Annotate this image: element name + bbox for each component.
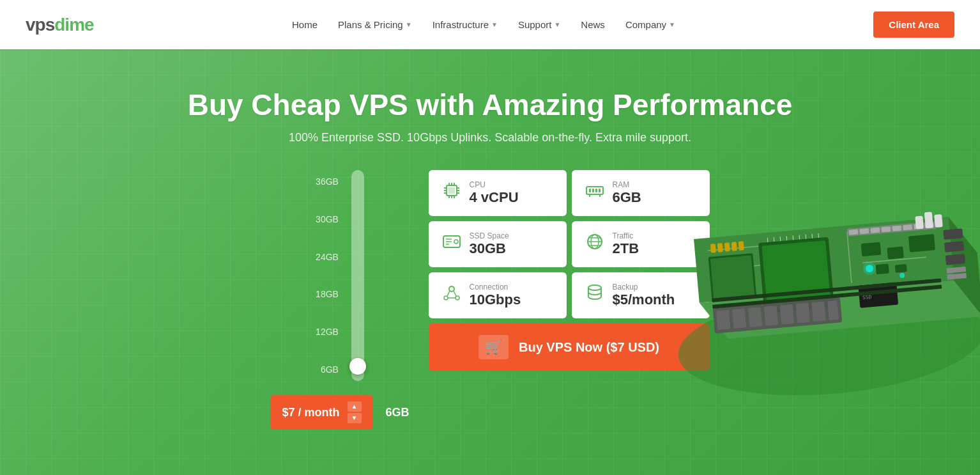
nav-news[interactable]: News (573, 14, 613, 35)
svg-line-59 (786, 236, 787, 240)
spec-card-cpu: CPU 4 vCPU (429, 170, 567, 216)
ssd-value: 30GB (470, 240, 509, 257)
svg-rect-84 (811, 302, 826, 322)
svg-rect-17 (595, 189, 597, 192)
traffic-label: Traffic (613, 231, 639, 240)
traffic-icon (585, 231, 605, 256)
nav-infrastructure[interactable]: Infrastructure ▼ (425, 14, 505, 35)
specs-and-buy: CPU 4 vCPU (429, 170, 710, 371)
svg-rect-95 (924, 212, 933, 228)
stepper: ▲ ▼ (348, 401, 362, 423)
nav-support[interactable]: Support ▼ (510, 14, 568, 35)
buy-button-label: Buy VPS Now ($7 USD) (519, 340, 659, 355)
configurator: 36GB 30GB 24GB 18GB 12GB 6GB $7 / month … (203, 170, 777, 430)
spec-card-ram: RAM 6GB (572, 170, 710, 216)
svg-line-64 (818, 233, 819, 238)
ram-icon (585, 180, 605, 205)
svg-line-63 (812, 234, 813, 238)
svg-point-37 (588, 285, 601, 290)
nav-plans-pricing[interactable]: Plans & Pricing ▼ (330, 14, 420, 35)
traffic-value: 2TB (613, 240, 639, 257)
slider-label-36gb: 36GB (316, 176, 339, 187)
client-area-button[interactable]: Client Area (873, 12, 954, 38)
ram-value: 6GB (613, 189, 641, 206)
backup-value: $5/month (613, 292, 675, 308)
slider-label-24gb: 24GB (316, 252, 339, 262)
current-gb-label: 6GB (386, 406, 410, 419)
svg-rect-75 (876, 264, 889, 275)
svg-rect-48 (871, 228, 880, 233)
ram-label: RAM (613, 180, 641, 189)
svg-line-35 (454, 291, 456, 296)
svg-line-62 (806, 235, 806, 239)
cpu-icon (441, 180, 462, 205)
svg-rect-1 (448, 187, 455, 194)
connection-label: Connection (470, 283, 521, 292)
ssd-icon (441, 231, 462, 256)
nav-company[interactable]: Company ▼ (618, 14, 683, 35)
price-badge: $7 / month ▲ ▼ (270, 395, 372, 430)
svg-line-58 (780, 237, 781, 241)
spec-card-connection: Connection 10Gbps (429, 272, 567, 318)
connection-icon (441, 283, 462, 307)
svg-rect-89 (943, 228, 963, 240)
svg-rect-94 (915, 216, 924, 230)
svg-rect-91 (946, 254, 965, 265)
buy-vps-button[interactable]: 🛒 Buy VPS Now ($7 USD) (429, 323, 710, 371)
svg-line-42 (847, 226, 911, 232)
specs-grid: CPU 4 vCPU (429, 170, 710, 318)
svg-rect-50 (892, 226, 901, 231)
svg-point-33 (456, 296, 459, 300)
hero-subheadline: 100% Enterprise SSD. 10Gbps Uplinks. Sca… (38, 131, 942, 144)
connection-value: 10Gbps (470, 292, 521, 308)
nav-home[interactable]: Home (284, 14, 325, 35)
chevron-down-icon: ▼ (554, 21, 560, 28)
svg-rect-53 (924, 222, 934, 228)
svg-point-87 (862, 261, 877, 276)
svg-line-61 (799, 235, 800, 240)
svg-line-43 (847, 232, 852, 283)
stepper-down-button[interactable]: ▼ (348, 413, 362, 423)
chevron-down-icon: ▼ (669, 21, 675, 28)
navbar: vpsdime Home Plans & Pricing ▼ Infrastru… (0, 0, 980, 49)
price-amount: $7 / month (282, 406, 339, 419)
slider-bottom: $7 / month ▲ ▼ 6GB (270, 387, 409, 430)
svg-line-60 (793, 235, 793, 240)
svg-rect-76 (895, 264, 907, 273)
backup-icon (585, 283, 605, 307)
logo-dime: dime (54, 15, 93, 35)
slider-section: 36GB 30GB 24GB 18GB 12GB 6GB $7 / month … (270, 170, 409, 430)
svg-text:SSD: SSD (862, 294, 872, 300)
svg-rect-45 (847, 221, 937, 237)
svg-rect-18 (599, 189, 601, 192)
svg-point-32 (444, 296, 448, 300)
svg-rect-51 (903, 224, 912, 230)
hero-section: Buy Cheap VPS with Amazing Performance 1… (0, 49, 980, 475)
hero-content: Buy Cheap VPS with Amazing Performance 1… (38, 88, 942, 144)
svg-rect-92 (946, 267, 966, 274)
logo[interactable]: vpsdime (26, 15, 94, 35)
cpu-value: 4 vCPU (470, 189, 519, 206)
svg-rect-15 (589, 189, 591, 192)
svg-rect-93 (947, 273, 967, 280)
slider-label-6gb: 6GB (321, 364, 339, 375)
spec-card-backup: Backup $5/month (572, 272, 710, 318)
slider-track[interactable] (351, 170, 364, 381)
slider-labels: 36GB 30GB 24GB 18GB 12GB 6GB (316, 170, 339, 381)
svg-rect-46 (849, 230, 859, 235)
svg-rect-83 (795, 303, 810, 323)
slider-thumb[interactable] (349, 358, 366, 375)
svg-line-40 (784, 244, 787, 283)
stepper-up-button[interactable]: ▲ (348, 401, 362, 412)
svg-rect-97 (858, 283, 898, 308)
hero-headline: Buy Cheap VPS with Amazing Performance (38, 88, 942, 122)
svg-point-22 (454, 240, 458, 244)
svg-rect-74 (908, 234, 935, 252)
svg-rect-82 (780, 304, 795, 325)
chevron-down-icon: ▼ (406, 21, 412, 28)
svg-rect-49 (881, 226, 891, 232)
spec-card-traffic: Traffic 2TB (572, 221, 710, 267)
cart-icon: 🛒 (479, 335, 509, 359)
slider-label-12gb: 12GB (316, 327, 339, 337)
svg-rect-16 (592, 189, 594, 192)
